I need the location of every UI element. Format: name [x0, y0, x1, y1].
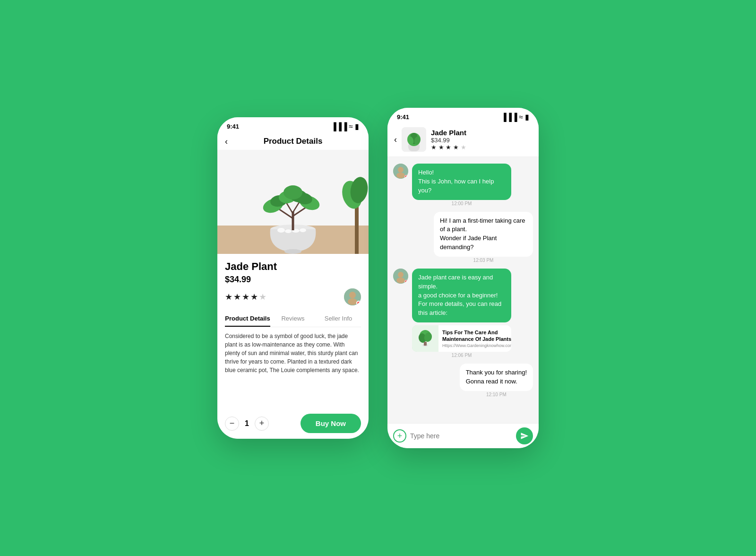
left-status-icons: ▐▐▐ ≈ ▮ — [331, 122, 359, 131]
user-message-bubble-2: Thank you for sharing!Gonna read it now. — [460, 364, 533, 391]
product-image — [217, 150, 369, 254]
chat-star-rating: ★ ★ ★ ★ ★ — [431, 144, 532, 151]
right-status-time: 9:41 — [397, 113, 409, 121]
msg-time-3: 12:06 PM — [412, 353, 511, 358]
link-url: Https://Www.Gardeningknowhow.com — [442, 343, 511, 348]
svg-rect-43 — [424, 342, 427, 346]
right-phone: 9:41 ▐▐▐ ≈ ▮ ‹ J — [387, 108, 539, 448]
message-input[interactable] — [410, 432, 512, 440]
user-message-col-2: Thank you for sharing!Gonna read it now.… — [460, 364, 533, 397]
right-status-bar: 9:41 ▐▐▐ ≈ ▮ — [387, 108, 539, 123]
chat-product-price: $34.99 — [431, 137, 532, 144]
right-status-icons: ▐▐▐ ≈ ▮ — [501, 113, 529, 122]
msg-time-2: 12:03 PM — [434, 258, 533, 263]
phones-container: 9:41 ▐▐▐ ≈ ▮ ‹ Product Details — [217, 108, 539, 448]
wifi-icon: ≈ — [349, 122, 353, 131]
link-card[interactable]: Tips For The Care And Maintenance Of Jad… — [412, 325, 511, 352]
user-message-text-2: Thank you for sharing!Gonna read it now. — [466, 369, 527, 385]
bot-avatar-1 — [393, 164, 408, 179]
chat-product-name: Jade Plant — [431, 129, 532, 137]
chat-product-info: Jade Plant $34.99 ★ ★ ★ ★ ★ — [431, 129, 532, 151]
star-1: ★ — [225, 292, 232, 302]
msg-time-1: 12:00 PM — [412, 201, 511, 206]
user-message-text-1: Hi! I am a first-timer taking care of a … — [440, 217, 525, 251]
left-status-bar: 9:41 ▐▐▐ ≈ ▮ — [217, 117, 369, 133]
rating-row: ★ ★ ★ ★ ★ — [225, 288, 361, 305]
tab-reviews[interactable]: Reviews — [270, 311, 316, 327]
message-row-1: Hello!This is John, how can I help you? … — [393, 164, 533, 206]
chat-body: Hello!This is John, how can I help you? … — [387, 157, 539, 423]
star-rating: ★ ★ ★ ★ ★ — [225, 292, 266, 302]
link-info: Tips For The Care And Maintenance Of Jad… — [438, 326, 511, 351]
bot-online-dot-2 — [404, 280, 408, 284]
tab-seller-info[interactable]: Seller Info — [316, 311, 361, 327]
bot-online-dot — [404, 175, 408, 179]
bot-message-text-1: Hello!This is John, how can I help you? — [418, 169, 494, 194]
nav-header: ‹ Product Details — [217, 133, 369, 150]
chat-star-1: ★ — [431, 144, 437, 151]
bot-avatar-2 — [393, 269, 408, 284]
send-icon — [520, 432, 529, 440]
quantity-decrease-button[interactable]: − — [225, 417, 239, 431]
star-5: ★ — [259, 292, 266, 302]
chat-product-thumbnail — [402, 127, 426, 152]
attach-button[interactable]: + — [393, 429, 406, 443]
message-row-3: Jade plant care is easy and simple.a goo… — [393, 269, 533, 358]
send-button[interactable] — [516, 427, 533, 444]
signal-icon: ▐▐▐ — [331, 122, 347, 131]
link-title: Tips For The Care And Maintenance Of Jad… — [442, 329, 511, 343]
wifi-icon-right: ≈ — [519, 113, 523, 122]
chat-header: ‹ Jade Plant $34.99 ★ ★ ★ — [387, 123, 539, 157]
product-description: Considered to be a symbol of good luck, … — [225, 332, 361, 374]
bot-message-bubble-2: Jade plant care is easy and simple.a goo… — [412, 269, 511, 322]
bot-message-text-2: Jade plant care is easy and simple.a goo… — [418, 274, 501, 316]
back-button[interactable]: ‹ — [225, 137, 228, 147]
buy-now-button[interactable]: Buy Now — [301, 414, 361, 433]
msg-time-4: 12:10 PM — [460, 392, 533, 397]
battery-icon: ▮ — [355, 122, 359, 131]
link-thumb-svg — [412, 325, 438, 352]
svg-point-4 — [277, 228, 285, 233]
svg-point-25 — [348, 298, 357, 305]
quantity-controls: − 1 + — [225, 417, 269, 431]
product-name: Jade Plant — [225, 261, 361, 273]
link-thumbnail — [412, 325, 438, 352]
user-message-col-1: Hi! I am a first-timer taking care of a … — [434, 212, 533, 263]
svg-point-3 — [284, 249, 301, 254]
battery-icon-right: ▮ — [525, 113, 529, 122]
chat-star-5: ★ — [461, 144, 466, 151]
user-message-bubble-1: Hi! I am a first-timer taking care of a … — [434, 212, 533, 257]
svg-point-5 — [285, 229, 292, 233]
chat-star-4: ★ — [453, 144, 459, 151]
svg-point-37 — [396, 278, 405, 283]
signal-icon-right: ▐▐▐ — [501, 113, 517, 122]
bottom-actions: − 1 + Buy Now — [217, 408, 369, 439]
chat-back-button[interactable]: ‹ — [394, 135, 397, 145]
page-title: Product Details — [264, 137, 323, 146]
seller-avatar — [344, 288, 361, 305]
star-4: ★ — [250, 292, 258, 302]
message-row-2: Hi! I am a first-timer taking care of a … — [393, 212, 533, 263]
left-status-time: 9:41 — [227, 123, 239, 130]
left-phone: 9:41 ▐▐▐ ≈ ▮ ‹ Product Details — [217, 117, 369, 439]
svg-point-36 — [398, 272, 404, 278]
bot-message-col-1: Hello!This is John, how can I help you? … — [412, 164, 511, 206]
svg-point-19 — [284, 185, 302, 200]
quantity-value: 1 — [245, 419, 249, 428]
chat-thumb-svg — [402, 127, 426, 152]
chat-star-2: ★ — [438, 144, 444, 151]
bot-message-bubble-1: Hello!This is John, how can I help you? — [412, 164, 511, 200]
svg-point-34 — [396, 173, 405, 178]
star-2: ★ — [233, 292, 241, 302]
quantity-increase-button[interactable]: + — [255, 417, 269, 431]
plant-svg — [217, 150, 369, 254]
svg-point-33 — [398, 167, 404, 173]
product-price: $34.99 — [225, 275, 361, 285]
avatar-online-dot — [356, 301, 361, 305]
chat-input-bar: + — [387, 423, 539, 448]
tab-product-details[interactable]: Product Details — [225, 311, 270, 327]
svg-point-7 — [300, 228, 306, 232]
star-3: ★ — [242, 292, 249, 302]
svg-point-24 — [349, 292, 356, 298]
chat-star-3: ★ — [446, 144, 451, 151]
